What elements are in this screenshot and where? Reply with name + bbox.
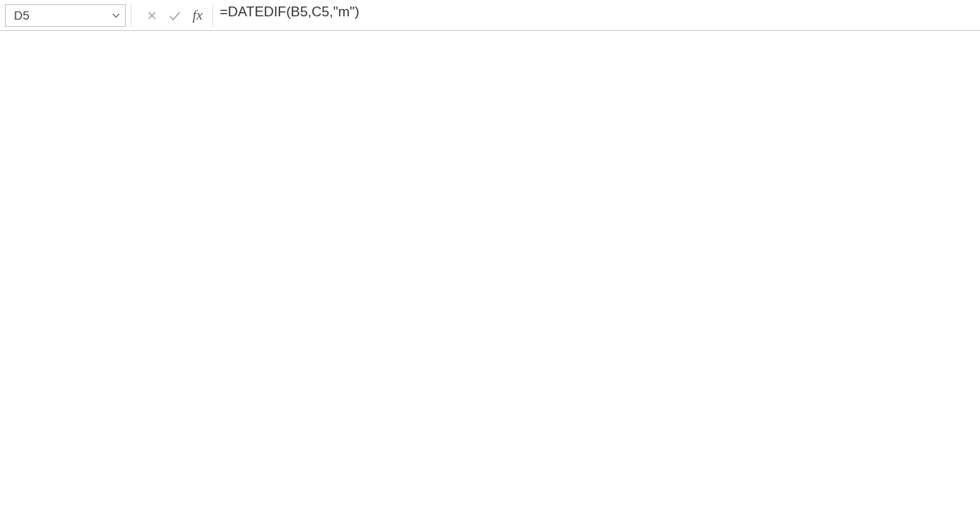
cancel-icon[interactable]	[140, 4, 163, 27]
formula-text: =DATEDIF(B5,C5,"m")	[220, 4, 359, 20]
formula-input[interactable]: =DATEDIF(B5,C5,"m")	[212, 4, 975, 27]
separator	[131, 4, 140, 27]
name-box[interactable]: D5	[5, 4, 126, 27]
name-box-value: D5	[14, 8, 29, 22]
formula-bar: D5 fx =DATEDIF(B5,C5,"m")	[0, 0, 980, 31]
enter-icon[interactable]	[163, 4, 186, 27]
fx-insert-function-icon[interactable]: fx	[186, 4, 209, 27]
chevron-down-icon[interactable]	[112, 8, 120, 22]
